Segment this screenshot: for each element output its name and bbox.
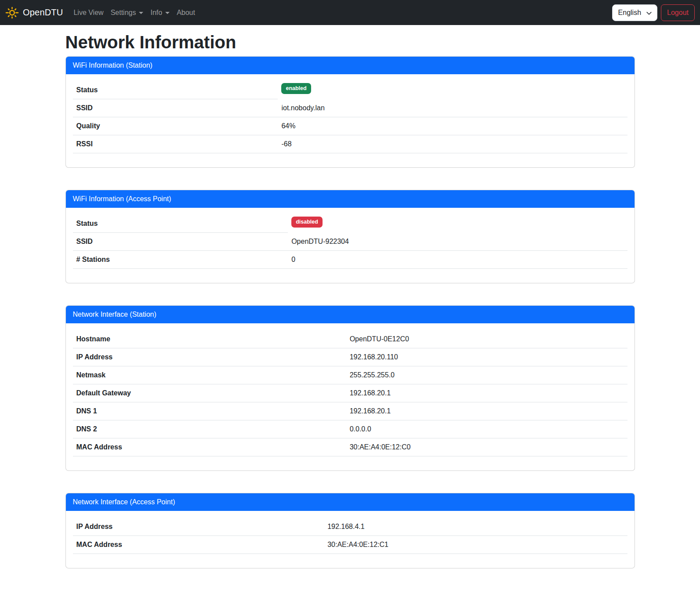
row-label: SSID	[73, 99, 278, 117]
row-value: OpenDTU-0E12C0	[346, 330, 627, 348]
table-row: MAC Address30:AE:A4:0E:12:C1	[73, 536, 627, 554]
info-table: StatusdisabledSSIDOpenDTU-922304# Statio…	[73, 215, 627, 269]
card-header: Network Interface (Access Point)	[66, 493, 635, 511]
info-table: IP Address192.168.4.1MAC Address30:AE:A4…	[73, 518, 627, 554]
row-value: OpenDTU-922304	[288, 233, 627, 251]
row-value: -68	[278, 135, 627, 153]
chevron-down-icon	[646, 10, 652, 18]
table-row: DNS 1192.168.20.1	[73, 402, 627, 420]
main-nav: Live ViewSettingsInfoAbout	[70, 5, 199, 20]
table-row: IP Address192.168.4.1	[73, 518, 627, 536]
language-selected-label: English	[618, 9, 641, 17]
table-row: Statusdisabled	[73, 215, 627, 233]
row-value: 192.168.20.1	[346, 384, 627, 402]
table-row: HostnameOpenDTU-0E12C0	[73, 330, 627, 348]
row-value: 255.255.255.0	[346, 366, 627, 384]
card-header: Network Interface (Station)	[66, 306, 635, 323]
row-value: 64%	[278, 117, 627, 135]
row-value: 0.0.0.0	[346, 420, 627, 438]
status-badge: enabled	[281, 83, 311, 94]
row-label: Netmask	[73, 366, 346, 384]
card-body: HostnameOpenDTU-0E12C0IP Address192.168.…	[66, 323, 635, 470]
table-row: MAC Address30:AE:A4:0E:12:C0	[73, 438, 627, 456]
status-badge: disabled	[291, 217, 323, 228]
brand-link[interactable]: OpenDTU	[5, 6, 63, 19]
table-row: Quality64%	[73, 117, 627, 135]
row-value: 30:AE:A4:0E:12:C0	[346, 438, 627, 456]
table-row: Statusenabled	[73, 81, 627, 99]
table-row: SSIDOpenDTU-922304	[73, 233, 627, 251]
table-row: DNS 20.0.0.0	[73, 420, 627, 438]
main-content: Network Information WiFi Information (St…	[60, 25, 640, 597]
row-value: 0	[288, 251, 627, 269]
row-value: 192.168.20.110	[346, 348, 627, 366]
page: OpenDTU Live ViewSettingsInfoAbout Engli…	[0, 0, 700, 597]
row-label: RSSI	[73, 135, 278, 153]
row-label: # Stations	[73, 251, 288, 269]
nav-item-live-view[interactable]: Live View	[70, 5, 107, 20]
cards-container: WiFi Information (Station)StatusenabledS…	[65, 56, 635, 568]
card-header: WiFi Information (Access Point)	[66, 190, 635, 208]
navbar-right: English Logout	[612, 4, 695, 21]
caret-down-icon	[139, 12, 143, 14]
row-label: DNS 2	[73, 420, 346, 438]
info-table: HostnameOpenDTU-0E12C0IP Address192.168.…	[73, 330, 627, 456]
card: WiFi Information (Station)StatusenabledS…	[65, 56, 635, 168]
page-title: Network Information	[65, 32, 635, 53]
language-select[interactable]: English	[612, 4, 657, 21]
card: WiFi Information (Access Point)Statusdis…	[65, 190, 635, 283]
row-label: Status	[73, 81, 278, 99]
row-label: Default Gateway	[73, 384, 346, 402]
table-row: Default Gateway192.168.20.1	[73, 384, 627, 402]
row-value: 192.168.4.1	[324, 518, 627, 536]
row-label: IP Address	[73, 348, 346, 366]
card-body: IP Address192.168.4.1MAC Address30:AE:A4…	[66, 511, 635, 568]
info-table: StatusenabledSSIDiot.nobody.lanQuality64…	[73, 81, 627, 153]
table-row: # Stations0	[73, 251, 627, 269]
table-row: SSIDiot.nobody.lan	[73, 99, 627, 117]
row-label: IP Address	[73, 518, 324, 536]
table-row: IP Address192.168.20.110	[73, 348, 627, 366]
row-label: MAC Address	[73, 438, 346, 456]
card-body: StatusdisabledSSIDOpenDTU-922304# Statio…	[66, 208, 635, 283]
row-value: 192.168.20.1	[346, 402, 627, 420]
table-row: RSSI-68	[73, 135, 627, 153]
caret-down-icon	[165, 12, 170, 14]
card-body: StatusenabledSSIDiot.nobody.lanQuality64…	[66, 74, 635, 167]
card: Network Interface (Access Point)IP Addre…	[65, 493, 635, 568]
row-label: MAC Address	[73, 536, 324, 554]
table-row: Netmask255.255.255.0	[73, 366, 627, 384]
nav-item-info[interactable]: Info	[147, 5, 173, 20]
navbar: OpenDTU Live ViewSettingsInfoAbout Engli…	[0, 0, 700, 25]
brand-label: OpenDTU	[23, 7, 63, 18]
nav-item-settings[interactable]: Settings	[107, 5, 147, 20]
nav-item-about[interactable]: About	[173, 5, 199, 20]
row-label: SSID	[73, 233, 288, 251]
card: Network Interface (Station)HostnameOpenD…	[65, 305, 635, 471]
sun-icon	[5, 6, 19, 19]
row-label: Status	[73, 215, 288, 233]
row-value: 30:AE:A4:0E:12:C1	[324, 536, 627, 554]
row-value: disabled	[288, 215, 627, 233]
row-label: DNS 1	[73, 402, 346, 420]
card-header: WiFi Information (Station)	[66, 57, 635, 74]
row-value: enabled	[278, 81, 627, 99]
row-label: Hostname	[73, 330, 346, 348]
row-label: Quality	[73, 117, 278, 135]
row-value: iot.nobody.lan	[278, 99, 627, 117]
logout-button[interactable]: Logout	[661, 4, 695, 21]
